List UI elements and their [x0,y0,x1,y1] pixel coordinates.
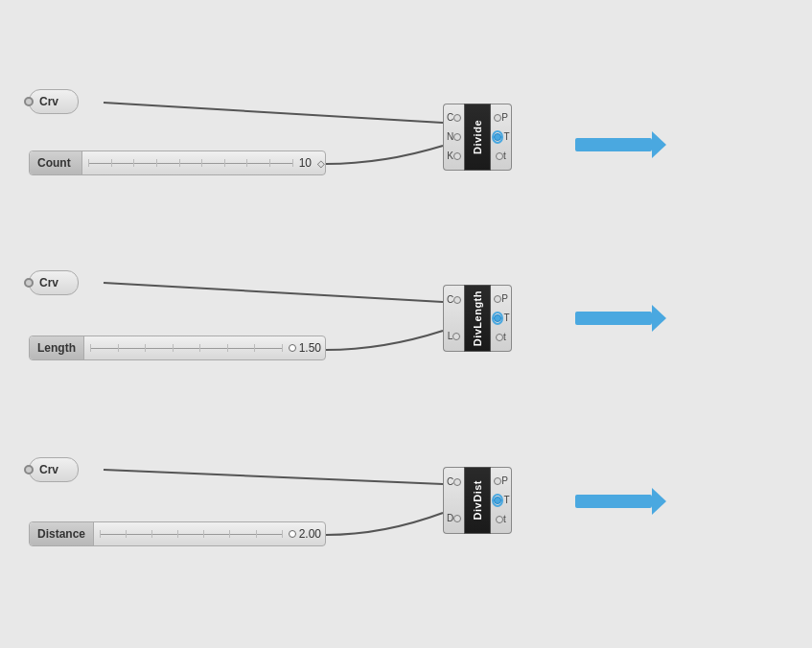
divdist-dot-T [494,497,501,504]
divide-right-ports: P T t [491,104,512,171]
svg-marker-5 [652,488,666,515]
divlength-dot-P [494,295,501,303]
count-value-1: 10 [299,156,315,170]
divdist-label: DivDist [472,480,483,520]
divide-port-K[interactable]: K [444,147,464,166]
divide-dot-P [494,114,501,122]
divlength-port-C[interactable]: C [444,290,464,310]
divide-dot-t [496,152,503,160]
length-node-2[interactable]: Length 1.50 [29,336,326,360]
divdist-port-empty [444,494,464,507]
distance-label-3: Distance [30,522,94,545]
divdist-port-T[interactable]: T [491,491,511,510]
divide-dot-N [453,133,461,141]
divdist-dot-P [494,477,501,485]
svg-marker-1 [652,131,666,158]
length-dot-2 [289,344,296,352]
divdist-component[interactable]: C D DivDist P T [443,467,512,534]
distance-node-3[interactable]: Distance 2.00 [29,521,326,546]
divide-label-block: Divide [464,104,491,171]
crv-pill-3[interactable]: Crv [29,457,79,482]
divdist-port-t[interactable]: t [491,510,511,529]
divdist-left-ports: C D [443,467,464,534]
length-label-2: Length [30,336,84,359]
divdist-dot-t [496,516,503,523]
divlength-left-ports: C L [443,285,464,352]
count-slider-1[interactable]: Count 10 ◇ [29,150,326,175]
divdist-T-selected [492,494,503,507]
svg-rect-0 [575,138,652,151]
divide-label: Divide [472,120,483,154]
divlength-right-ports: P T t [491,285,512,352]
count-diamond-1: ◇ [317,158,325,169]
divlength-label: DivLength [472,290,483,346]
svg-rect-4 [575,495,652,508]
svg-rect-2 [575,312,652,325]
length-track-2[interactable] [84,336,289,359]
crv-label-3: Crv [39,463,58,476]
count-label-1: Count [30,151,82,174]
divide-port-T[interactable]: T [491,127,511,147]
divlength-dot-C [453,296,461,304]
distance-track-3[interactable] [94,522,289,545]
crv-node-1[interactable]: Crv [29,89,79,114]
divdist-port-C[interactable]: C [444,473,464,492]
divdist-dot-C [453,478,461,486]
divlength-dot-T [494,314,501,322]
crv-label-2: Crv [39,276,58,289]
divide-dot-T [494,133,501,141]
divlength-port-t[interactable]: t [491,328,511,347]
divlength-port-P[interactable]: P [491,289,511,309]
crv-pill-1[interactable]: Crv [29,89,79,114]
crv-pill-2[interactable]: Crv [29,270,79,295]
divide-T-selected [492,130,503,144]
divlength-T-selected [492,312,503,325]
divide-dot-C [453,114,461,122]
divide-left-ports: C N K [443,104,464,171]
count-track-1[interactable] [82,151,299,174]
divdist-label-block: DivDist [464,467,491,534]
distance-slider-3[interactable]: Distance 2.00 [29,521,326,546]
divide-dot-K [453,152,461,160]
divlength-port-T[interactable]: T [491,309,511,328]
divlength-dot-t [496,334,503,341]
divdist-dot-D [453,515,461,522]
distance-dot-3 [289,530,296,538]
crv-left-port-1 [24,97,34,106]
svg-marker-3 [652,305,666,332]
connection-lines [0,0,812,648]
divlength-component[interactable]: C L DivLength P T [443,285,512,352]
divdist-port-P[interactable]: P [491,472,511,491]
divlength-port-empty [444,312,464,325]
crv-node-2[interactable]: Crv [29,270,79,295]
crv-node-3[interactable]: Crv [29,457,79,482]
canvas: Crv Count 10 ◇ [0,0,812,648]
length-slider-2[interactable]: Length 1.50 [29,336,326,360]
divide-port-C[interactable]: C [444,108,464,127]
divide-port-P[interactable]: P [491,108,511,127]
count-node-1[interactable]: Count 10 ◇ [29,150,326,175]
divide-port-N[interactable]: N [444,127,464,147]
crv-left-port-2 [24,278,34,288]
length-value-2: 1.50 [299,341,325,355]
divlength-label-block: DivLength [464,285,491,352]
divide-component[interactable]: C N K Divide P [443,104,512,171]
divdist-port-D[interactable]: D [444,509,464,528]
divlength-dot-L [452,333,460,340]
divlength-port-L[interactable]: L [444,327,464,346]
divide-port-t[interactable]: t [491,147,511,166]
crv-left-port-3 [24,465,34,474]
divdist-right-ports: P T t [491,467,512,534]
distance-value-3: 2.00 [299,527,325,541]
crv-label-1: Crv [39,95,58,108]
